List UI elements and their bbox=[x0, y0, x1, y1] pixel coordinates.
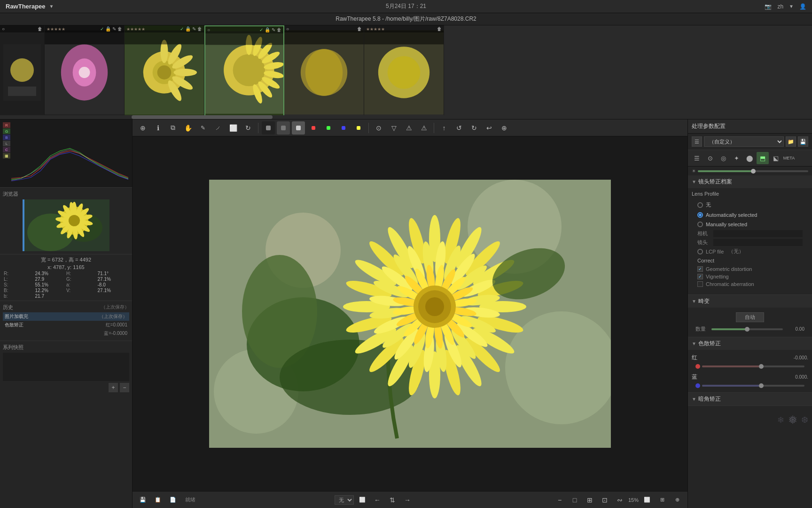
flip-btn[interactable]: ↩ bbox=[483, 121, 496, 135]
hist-bars-toggle[interactable]: ▦ bbox=[3, 153, 10, 159]
send-btn[interactable]: ⊕ bbox=[671, 493, 684, 507]
prev-img-btn[interactable]: ← bbox=[371, 493, 384, 507]
thumb-delete-6[interactable]: 🗑 bbox=[437, 26, 442, 32]
thumbnail-6[interactable]: ★★★★★ 🗑 bbox=[364, 25, 444, 119]
rotate-ccw-btn[interactable]: ↻ bbox=[468, 121, 481, 135]
camera-input[interactable] bbox=[713, 230, 803, 237]
geometric-checkbox[interactable]: ✓ bbox=[697, 266, 703, 272]
history-row-3[interactable]: 蓝=-0.0000 bbox=[3, 329, 129, 338]
info-tool[interactable]: ℹ bbox=[151, 121, 164, 135]
hist-btn-b[interactable]: B bbox=[3, 135, 10, 140]
hist-btn-r[interactable]: R bbox=[3, 122, 10, 128]
lens-input[interactable] bbox=[713, 239, 803, 246]
blue-slider-thumb[interactable] bbox=[759, 383, 764, 388]
full-preview-btn[interactable]: ⬜ bbox=[640, 493, 654, 507]
lang-dropdown-icon[interactable]: ▼ bbox=[789, 4, 794, 9]
blue-slider-track[interactable] bbox=[702, 385, 804, 387]
red-slider-thumb[interactable] bbox=[759, 364, 764, 369]
profile-save-btn[interactable]: 💾 bbox=[798, 136, 808, 147]
chromatic-header[interactable]: ▼ 色散矫正 bbox=[688, 337, 812, 350]
radio-none[interactable]: 无 bbox=[692, 199, 808, 210]
picker-4[interactable] bbox=[307, 121, 320, 135]
geometric-distortion-row[interactable]: ✓ Geometric distortion bbox=[697, 265, 803, 273]
thumbnail-4[interactable]: ○ ✓ 🔒 ✎ 🗑 bbox=[204, 25, 284, 119]
zoom-out-btn[interactable]: − bbox=[553, 493, 566, 507]
picker-1[interactable] bbox=[262, 121, 275, 135]
panel-tab-detail[interactable]: ✦ bbox=[730, 152, 742, 164]
lang-selector[interactable]: zh bbox=[777, 3, 783, 10]
circle-tool[interactable]: ⊙ bbox=[372, 121, 385, 135]
thumb-scrollbar[interactable] bbox=[0, 115, 812, 119]
zoom-fill-btn[interactable]: ⊡ bbox=[598, 493, 611, 507]
red-slider-track[interactable] bbox=[702, 365, 804, 367]
picker-3-active[interactable] bbox=[292, 121, 305, 135]
history-row-1[interactable]: 图片加载完 （上次保存） bbox=[3, 312, 129, 321]
chromatic-row[interactable]: Chromatic aberration bbox=[697, 280, 803, 288]
flip-v-btn[interactable]: ⇅ bbox=[386, 493, 399, 507]
brightness-slider[interactable] bbox=[698, 170, 808, 172]
crop-tool[interactable]: ✎ bbox=[196, 121, 210, 135]
profile-open-btn[interactable]: 📁 bbox=[786, 136, 796, 147]
zoom-fit-btn[interactable]: □ bbox=[568, 493, 581, 507]
paste-profile-btn[interactable]: 📄 bbox=[166, 493, 180, 507]
save-profile-btn[interactable]: 💾 bbox=[136, 493, 149, 507]
picker-6[interactable] bbox=[337, 121, 350, 135]
hist-btn-chroma[interactable]: C bbox=[3, 147, 10, 152]
download-btn[interactable]: ⊕ bbox=[498, 121, 511, 135]
thumbnail-2[interactable]: ★★★★★ ✓ 🔒 ✎ 🗑 bbox=[45, 25, 125, 119]
thumb-delete-2[interactable]: 🗑 bbox=[117, 26, 122, 32]
thumb-delete-4[interactable]: 🗑 bbox=[277, 27, 281, 32]
picker-7[interactable] bbox=[352, 121, 365, 135]
user-icon[interactable]: 👤 bbox=[799, 3, 806, 10]
brightness-slider-thumb[interactable] bbox=[751, 169, 756, 174]
vignette-header[interactable]: ▼ 畸变 bbox=[688, 295, 812, 308]
triangle-tool[interactable]: ▽ bbox=[387, 121, 400, 135]
radio-auto[interactable]: Automatically selected bbox=[692, 210, 808, 220]
profile-menu-btn[interactable]: ☰ bbox=[692, 136, 702, 147]
dark-corner-header[interactable]: ▼ 暗角矫正 bbox=[688, 393, 812, 405]
zoom-actual-btn[interactable]: ⊞ bbox=[583, 493, 596, 507]
next-img-btn[interactable]: → bbox=[401, 493, 414, 507]
pan-tool[interactable]: ✋ bbox=[181, 121, 195, 135]
thumb-delete-3[interactable]: 🗑 bbox=[197, 26, 202, 32]
panel-tab-lens[interactable]: ⬒ bbox=[757, 152, 769, 164]
thumbnail-5[interactable]: ○ 🗑 bbox=[284, 25, 364, 119]
picker-5[interactable] bbox=[322, 121, 335, 135]
thumb-delete-5[interactable]: 🗑 bbox=[357, 26, 362, 32]
rotate-tool[interactable]: ↻ bbox=[242, 121, 255, 135]
quantity-track[interactable] bbox=[711, 328, 783, 330]
full-screen-btn[interactable]: ⊞ bbox=[656, 493, 669, 507]
warn-tool-1[interactable]: ⚠ bbox=[402, 121, 415, 135]
lcp-radio[interactable] bbox=[697, 249, 703, 254]
export-btn[interactable]: ↑ bbox=[437, 121, 451, 135]
zoom-in-tool[interactable]: ⊕ bbox=[136, 121, 149, 135]
thumbnail-1[interactable]: ○ 🗑 bbox=[0, 25, 45, 119]
thumb-delete-1[interactable]: 🗑 bbox=[38, 26, 42, 32]
hist-btn-l[interactable]: L bbox=[3, 141, 10, 146]
compare-tool[interactable]: ⧉ bbox=[166, 121, 180, 135]
vignetting-row[interactable]: ✓ Vignetting bbox=[697, 273, 803, 280]
history-row-2[interactable]: 色散矫正 红=0.0001 bbox=[3, 321, 129, 329]
panel-tab-raw[interactable]: ⬕ bbox=[770, 152, 782, 164]
panel-tab-exposure[interactable]: ⊙ bbox=[704, 152, 716, 164]
radio-manual[interactable]: Manually selected bbox=[692, 220, 808, 229]
zoom-in-btn[interactable]: ∾ bbox=[613, 493, 626, 507]
chromatic-checkbox[interactable] bbox=[697, 281, 703, 287]
rotate-cw-btn[interactable]: ↺ bbox=[453, 121, 466, 135]
thumbnail-3[interactable]: ★★★★★ ✓ 🔒 ✎ 🗑 bbox=[125, 25, 204, 119]
select-tool[interactable]: ⬜ bbox=[226, 121, 240, 135]
panel-tab-menu[interactable]: ☰ bbox=[691, 152, 703, 164]
panel-tab-transform[interactable]: ⬤ bbox=[743, 152, 756, 164]
panel-tab-color[interactable]: ◎ bbox=[717, 152, 729, 164]
lens-correction-header[interactable]: ▼ 镜头矫正档案 bbox=[688, 175, 812, 188]
dropdown-arrow[interactable]: ▼ bbox=[49, 4, 54, 9]
auto-distortion-btn[interactable]: 自动 bbox=[736, 312, 764, 322]
snapshot-add-btn[interactable]: + bbox=[109, 383, 118, 392]
app-name[interactable]: RawTherapee bbox=[6, 3, 46, 10]
panel-tab-meta[interactable]: META bbox=[783, 152, 795, 164]
hist-btn-g[interactable]: G bbox=[3, 128, 10, 134]
snapshot-remove-btn[interactable]: − bbox=[120, 383, 129, 392]
profile-dropdown[interactable]: （自定义） bbox=[704, 136, 784, 147]
picker-2[interactable] bbox=[277, 121, 290, 135]
straighten-tool[interactable]: ⟋ bbox=[211, 121, 225, 135]
